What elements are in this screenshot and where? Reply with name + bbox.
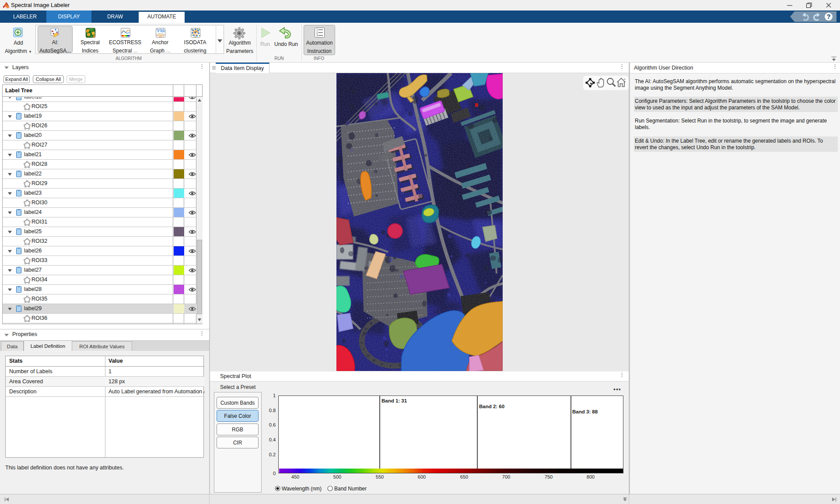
svg-text:3: 3 [316,34,318,37]
svg-text:?: ? [827,13,831,20]
